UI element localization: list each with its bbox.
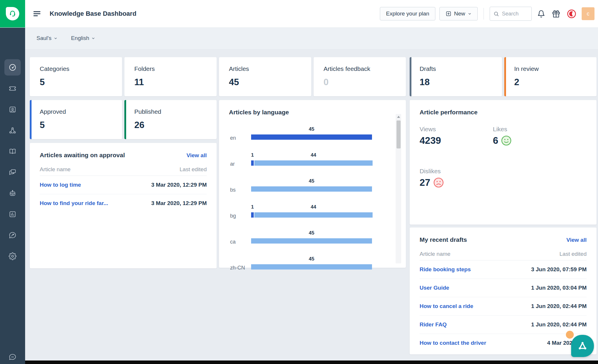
stat-card-published[interactable]: Published 26 (124, 100, 217, 139)
table-row: Rider FAQ1 Jun 2020, 02:44 PM (420, 316, 587, 334)
bar-segment[interactable]: 45 (251, 134, 372, 140)
stat-card-folders[interactable]: Folders 11 (124, 57, 217, 96)
smiley-face-icon (501, 135, 512, 146)
awaiting-approval-panel: Articles awaiting on approval View all A… (30, 143, 217, 268)
article-link[interactable]: How to cancel a ride (420, 303, 473, 309)
new-button-label: New (454, 10, 465, 17)
bar-value-label: 1 (251, 204, 254, 210)
views-value: 4239 (420, 135, 441, 146)
article-link[interactable]: Rider FAQ (420, 321, 447, 328)
article-link[interactable]: How to contact the driver (420, 340, 486, 346)
whats-new-gift-icon[interactable] (552, 10, 560, 18)
stat-card-articles[interactable]: Articles 45 (219, 57, 311, 96)
article-link[interactable]: How to find your ride far... (40, 200, 108, 206)
table-row: How to log time3 Mar 2020, 12:29 PM (40, 176, 207, 194)
view-all-link[interactable]: View all (187, 152, 207, 159)
triangle-beacon-icon (577, 340, 588, 351)
stat-value: 11 (134, 77, 217, 88)
scroll-thumb[interactable] (397, 120, 401, 148)
drafts-rows: Ride booking steps3 Jun 2020, 07:59 PMUs… (420, 260, 587, 352)
chat-bubbles-icon (9, 168, 17, 176)
sidebar-item-conversations[interactable] (9, 168, 17, 176)
likes-number: 6 (493, 135, 498, 146)
bar-chart-icon (9, 210, 17, 218)
view-all-link[interactable]: View all (566, 237, 587, 243)
bar-segment[interactable]: 45 (251, 238, 372, 244)
bar: 45 (251, 264, 372, 270)
workspace-dropdown[interactable]: Saul's (36, 35, 58, 41)
bar: 45 (251, 186, 372, 192)
stat-card-drafts[interactable]: Drafts 18 (410, 57, 502, 96)
bar-segment[interactable]: 44 (254, 160, 373, 166)
chart-row: bs45 (219, 173, 406, 199)
bar-segment[interactable]: 45 (251, 186, 372, 192)
user-avatar[interactable]: c (582, 7, 594, 20)
menu-toggle-icon[interactable] (33, 10, 41, 18)
bar-chart: en45ar144bs45bg144ca45zh-CN45 (219, 121, 406, 277)
sidebar-item-knowledge-base[interactable] (9, 147, 17, 155)
dislikes-value: 27 (420, 177, 444, 188)
top-bar: Knowledge Base Dashboard Explore your pl… (0, 0, 598, 28)
chart-row: ca45 (219, 225, 406, 251)
category-label: zh-CN (230, 265, 245, 271)
stat-card-approved[interactable]: Approved 5 (30, 100, 122, 139)
bar-value-label: 1 (251, 152, 254, 158)
explore-plan-label: Explore your plan (386, 10, 429, 17)
bar: 45 (251, 238, 372, 244)
sidebar-item-social[interactable] (9, 127, 17, 134)
stat-label: Articles feedback (324, 65, 406, 72)
chart-scrollbar[interactable] (396, 114, 401, 263)
explore-plan-button[interactable]: Explore your plan (380, 7, 435, 20)
bot-icon (9, 189, 17, 197)
table-row: Ride booking steps3 Jun 2020, 07:59 PM (420, 260, 587, 279)
new-button[interactable]: New (439, 7, 478, 20)
sidebar-item-tickets[interactable] (9, 85, 17, 92)
bar-segment[interactable]: 44 (254, 212, 373, 218)
article-link[interactable]: User Guide (420, 285, 449, 291)
bar: 45 (251, 134, 372, 140)
last-edited-value: 1 Jun 2020, 02:44 PM (531, 321, 587, 328)
bar-value-label: 44 (311, 204, 316, 210)
search-icon (493, 11, 499, 17)
language-dropdown[interactable]: English (71, 35, 95, 41)
article-link[interactable]: Ride booking steps (420, 266, 471, 273)
sidebar-item-settings[interactable] (9, 252, 17, 260)
sidebar-item-feedback[interactable] (9, 353, 17, 361)
panel-title: My recent drafts (420, 236, 467, 243)
app-logo[interactable] (0, 0, 25, 27)
notifications-bell-icon[interactable] (537, 10, 545, 18)
article-link[interactable]: How to log time (40, 182, 81, 188)
search-box[interactable] (490, 7, 532, 21)
stat-card-categories[interactable]: Categories 5 (30, 57, 122, 96)
sidebar-item-support-tools[interactable] (9, 231, 17, 239)
knowledge-base-dashboard: Knowledge Base Dashboard Explore your pl… (0, 0, 598, 364)
chart-row: ar144 (219, 147, 406, 173)
stat-value: 2 (514, 77, 597, 88)
last-edited-value: 1 Jun 2020, 03:04 PM (531, 285, 587, 291)
dashboard-gauge-icon (8, 63, 17, 71)
bar: 144 (251, 160, 373, 166)
chart-row: zh-CN45 (219, 251, 406, 277)
bar-segment[interactable]: 45 (251, 264, 372, 270)
bar-segment[interactable]: 1 (251, 160, 254, 166)
sidebar-item-contacts[interactable] (9, 106, 17, 113)
bar: 144 (251, 212, 373, 218)
table-header: Article name Last edited (40, 166, 207, 173)
article-performance-panel: Article performance Views 4239 Likes 6 D… (410, 100, 597, 225)
sidebar-item-dashboard[interactable] (4, 59, 21, 76)
views-number: 4239 (420, 135, 441, 146)
gear-icon (9, 252, 17, 260)
stat-card-articles-feedback[interactable]: Articles feedback 0 (314, 57, 406, 96)
assist-widget-button[interactable] (571, 335, 594, 357)
freddy-crescent-icon[interactable] (567, 9, 576, 18)
category-label: bs (230, 187, 236, 193)
sidebar-item-bot[interactable] (9, 189, 17, 197)
sidebar-item-reports[interactable] (9, 210, 17, 218)
search-input[interactable] (501, 10, 525, 17)
contact-card-icon (9, 106, 17, 113)
scroll-up-arrow[interactable] (397, 116, 400, 118)
stat-value: 5 (40, 77, 122, 88)
open-book-icon (9, 147, 17, 155)
bar-segment[interactable]: 1 (251, 212, 254, 218)
stat-card-in-review[interactable]: In review 2 (504, 57, 597, 96)
